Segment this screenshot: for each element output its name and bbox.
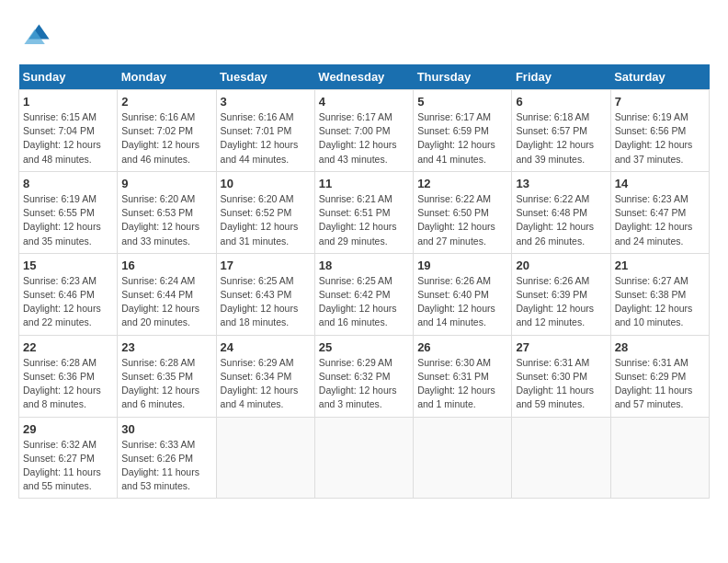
calendar-day-cell [414, 417, 512, 499]
day-number: 20 [516, 259, 606, 272]
calendar-day-cell: 12Sunrise: 6:22 AM Sunset: 6:50 PM Dayli… [414, 171, 512, 253]
day-number: 9 [121, 177, 211, 190]
day-info: Sunrise: 6:16 AM Sunset: 7:02 PM Dayligh… [121, 110, 211, 167]
day-info: Sunrise: 6:31 AM Sunset: 6:29 PM Dayligh… [615, 356, 705, 412]
page-header [18, 18, 710, 55]
header-row: SundayMondayTuesdayWednesdayThursdayFrid… [19, 64, 710, 90]
calendar-day-cell: 11Sunrise: 6:21 AM Sunset: 6:51 PM Dayli… [314, 171, 413, 253]
day-number: 8 [23, 177, 113, 190]
day-info: Sunrise: 6:22 AM Sunset: 6:50 PM Dayligh… [417, 192, 507, 248]
calendar-day-cell: 27Sunrise: 6:31 AM Sunset: 6:30 PM Dayli… [512, 335, 610, 417]
day-info: Sunrise: 6:18 AM Sunset: 6:57 PM Dayligh… [516, 110, 606, 167]
day-number: 29 [23, 422, 113, 436]
day-number: 28 [615, 340, 705, 354]
header-day: Monday [118, 64, 216, 90]
day-number: 5 [417, 95, 507, 109]
calendar-day-cell: 19Sunrise: 6:26 AM Sunset: 6:40 PM Dayli… [414, 253, 512, 335]
calendar-day-cell: 15Sunrise: 6:23 AM Sunset: 6:46 PM Dayli… [19, 253, 118, 335]
day-number: 13 [516, 177, 606, 190]
day-number: 6 [516, 95, 606, 109]
calendar-day-cell: 21Sunrise: 6:27 AM Sunset: 6:38 PM Dayli… [610, 253, 709, 335]
day-number: 11 [319, 177, 409, 190]
calendar-day-cell: 14Sunrise: 6:23 AM Sunset: 6:47 PM Dayli… [610, 171, 709, 253]
day-number: 21 [615, 259, 705, 272]
day-info: Sunrise: 6:20 AM Sunset: 6:52 PM Dayligh… [221, 192, 311, 248]
calendar-day-cell: 23Sunrise: 6:28 AM Sunset: 6:35 PM Dayli… [118, 335, 216, 417]
calendar-day-cell: 29Sunrise: 6:32 AM Sunset: 6:27 PM Dayli… [19, 417, 118, 499]
calendar-day-cell: 6Sunrise: 6:18 AM Sunset: 6:57 PM Daylig… [512, 90, 610, 172]
day-info: Sunrise: 6:28 AM Sunset: 6:35 PM Dayligh… [121, 356, 211, 412]
day-number: 22 [23, 340, 113, 354]
day-number: 10 [221, 177, 311, 190]
day-number: 16 [121, 259, 211, 272]
calendar-day-cell: 28Sunrise: 6:31 AM Sunset: 6:29 PM Dayli… [610, 335, 709, 417]
day-info: Sunrise: 6:28 AM Sunset: 6:36 PM Dayligh… [23, 356, 113, 412]
calendar-week-row: 29Sunrise: 6:32 AM Sunset: 6:27 PM Dayli… [19, 417, 710, 499]
day-number: 24 [221, 340, 311, 354]
day-number: 12 [417, 177, 507, 190]
day-info: Sunrise: 6:30 AM Sunset: 6:31 PM Dayligh… [417, 356, 507, 412]
calendar-week-row: 22Sunrise: 6:28 AM Sunset: 6:36 PM Dayli… [19, 335, 710, 417]
day-info: Sunrise: 6:23 AM Sunset: 6:47 PM Dayligh… [615, 192, 705, 248]
calendar-day-cell: 1Sunrise: 6:15 AM Sunset: 7:04 PM Daylig… [19, 90, 118, 172]
day-info: Sunrise: 6:24 AM Sunset: 6:44 PM Dayligh… [121, 274, 211, 330]
calendar-day-cell: 2Sunrise: 6:16 AM Sunset: 7:02 PM Daylig… [118, 90, 216, 172]
calendar-day-cell: 7Sunrise: 6:19 AM Sunset: 6:56 PM Daylig… [610, 90, 709, 172]
header-day: Friday [512, 64, 610, 90]
day-number: 30 [121, 422, 211, 436]
day-info: Sunrise: 6:31 AM Sunset: 6:30 PM Dayligh… [516, 356, 606, 412]
header-day: Wednesday [314, 64, 413, 90]
calendar-header: SundayMondayTuesdayWednesdayThursdayFrid… [19, 64, 710, 90]
calendar-week-row: 15Sunrise: 6:23 AM Sunset: 6:46 PM Dayli… [19, 253, 710, 335]
calendar-day-cell: 25Sunrise: 6:29 AM Sunset: 6:32 PM Dayli… [314, 335, 413, 417]
day-number: 3 [221, 95, 311, 109]
day-number: 4 [319, 95, 409, 109]
calendar-day-cell: 22Sunrise: 6:28 AM Sunset: 6:36 PM Dayli… [19, 335, 118, 417]
logo-icon [18, 18, 55, 55]
day-info: Sunrise: 6:25 AM Sunset: 6:43 PM Dayligh… [221, 274, 311, 330]
calendar-week-row: 1Sunrise: 6:15 AM Sunset: 7:04 PM Daylig… [19, 90, 710, 172]
calendar-day-cell: 3Sunrise: 6:16 AM Sunset: 7:01 PM Daylig… [216, 90, 314, 172]
header-day: Thursday [414, 64, 512, 90]
calendar-day-cell: 16Sunrise: 6:24 AM Sunset: 6:44 PM Dayli… [118, 253, 216, 335]
calendar-day-cell: 5Sunrise: 6:17 AM Sunset: 6:59 PM Daylig… [414, 90, 512, 172]
calendar-day-cell: 20Sunrise: 6:26 AM Sunset: 6:39 PM Dayli… [512, 253, 610, 335]
day-info: Sunrise: 6:26 AM Sunset: 6:39 PM Dayligh… [516, 274, 606, 330]
calendar-day-cell: 18Sunrise: 6:25 AM Sunset: 6:42 PM Dayli… [314, 253, 413, 335]
calendar-day-cell [314, 417, 413, 499]
header-day: Sunday [19, 64, 118, 90]
calendar-day-cell: 4Sunrise: 6:17 AM Sunset: 7:00 PM Daylig… [314, 90, 413, 172]
day-number: 2 [121, 95, 211, 109]
day-number: 7 [615, 95, 705, 109]
day-info: Sunrise: 6:27 AM Sunset: 6:38 PM Dayligh… [615, 274, 705, 330]
day-info: Sunrise: 6:25 AM Sunset: 6:42 PM Dayligh… [319, 274, 409, 330]
day-number: 14 [615, 177, 705, 190]
header-day: Tuesday [216, 64, 314, 90]
calendar-day-cell: 17Sunrise: 6:25 AM Sunset: 6:43 PM Dayli… [216, 253, 314, 335]
calendar-day-cell [512, 417, 610, 499]
day-number: 26 [417, 340, 507, 354]
calendar-day-cell: 24Sunrise: 6:29 AM Sunset: 6:34 PM Dayli… [216, 335, 314, 417]
day-number: 23 [121, 340, 211, 354]
day-number: 15 [23, 259, 113, 272]
day-info: Sunrise: 6:20 AM Sunset: 6:53 PM Dayligh… [121, 192, 211, 248]
day-info: Sunrise: 6:29 AM Sunset: 6:34 PM Dayligh… [221, 356, 311, 412]
day-info: Sunrise: 6:17 AM Sunset: 7:00 PM Dayligh… [319, 110, 409, 167]
header-day: Saturday [610, 64, 709, 90]
day-info: Sunrise: 6:29 AM Sunset: 6:32 PM Dayligh… [319, 356, 409, 412]
day-number: 19 [417, 259, 507, 272]
day-info: Sunrise: 6:19 AM Sunset: 6:55 PM Dayligh… [23, 192, 113, 248]
calendar-table: SundayMondayTuesdayWednesdayThursdayFrid… [18, 64, 710, 499]
day-info: Sunrise: 6:16 AM Sunset: 7:01 PM Dayligh… [221, 110, 311, 167]
day-info: Sunrise: 6:23 AM Sunset: 6:46 PM Dayligh… [23, 274, 113, 330]
day-info: Sunrise: 6:15 AM Sunset: 7:04 PM Dayligh… [23, 110, 113, 167]
calendar-day-cell: 10Sunrise: 6:20 AM Sunset: 6:52 PM Dayli… [216, 171, 314, 253]
calendar-week-row: 8Sunrise: 6:19 AM Sunset: 6:55 PM Daylig… [19, 171, 710, 253]
day-number: 1 [23, 95, 113, 109]
day-info: Sunrise: 6:32 AM Sunset: 6:27 PM Dayligh… [23, 438, 113, 494]
day-info: Sunrise: 6:17 AM Sunset: 6:59 PM Dayligh… [417, 110, 507, 167]
calendar-body: 1Sunrise: 6:15 AM Sunset: 7:04 PM Daylig… [19, 90, 710, 499]
calendar-day-cell: 26Sunrise: 6:30 AM Sunset: 6:31 PM Dayli… [414, 335, 512, 417]
calendar-day-cell [610, 417, 709, 499]
calendar-day-cell: 13Sunrise: 6:22 AM Sunset: 6:48 PM Dayli… [512, 171, 610, 253]
